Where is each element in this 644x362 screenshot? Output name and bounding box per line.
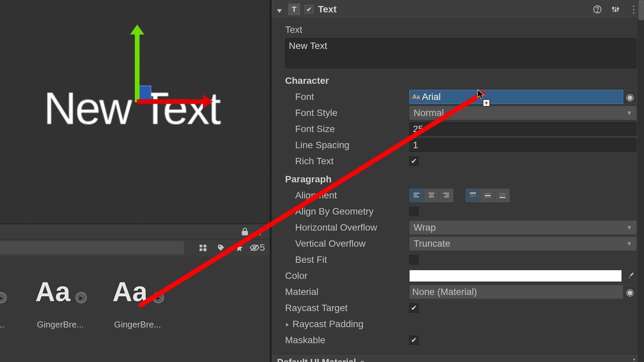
svg-rect-24: [444, 196, 449, 197]
hidden-count-value: 5: [260, 242, 265, 253]
vertical-overflow-label[interactable]: Vertical Overflow: [285, 238, 409, 249]
svg-rect-21: [429, 196, 434, 197]
chevron-down-icon: ▼: [626, 224, 632, 231]
asset-label: GingerBre...: [109, 319, 166, 330]
align-by-geometry-checkbox[interactable]: [409, 207, 419, 216]
horizontal-alignment-group: [409, 188, 453, 202]
align-top-button[interactable]: [466, 188, 480, 202]
horizontal-overflow-label[interactable]: Horizontal Overflow: [285, 222, 409, 233]
text-input[interactable]: New Text: [285, 38, 637, 68]
asset-font-variant[interactable]: Aa ▸ GingerBre...: [109, 266, 166, 330]
project-menu-icon[interactable]: ⋮: [254, 226, 267, 238]
component-title: Text: [318, 4, 337, 15]
text-component-header[interactable]: T ✔ Text ⋮: [272, 0, 644, 19]
svg-point-5: [219, 246, 220, 247]
vertical-overflow-dropdown[interactable]: Truncate▼: [409, 237, 637, 251]
project-panel: ⋮ 5 F ▸ Bre... Aa ▸: [0, 224, 270, 362]
component-menu-icon[interactable]: ⋮: [628, 4, 639, 15]
asset-font-variant[interactable]: Aa ▸ GingerBre...: [32, 266, 89, 330]
svg-rect-33: [499, 197, 505, 198]
object-picker-icon[interactable]: ◉: [623, 285, 637, 299]
svg-rect-29: [485, 195, 491, 196]
scrollbar-thumb[interactable]: [638, 0, 644, 20]
color-label[interactable]: Color: [285, 270, 409, 281]
raycast-padding-label[interactable]: Raycast Padding: [292, 319, 364, 329]
maskable-label[interactable]: Maskable: [285, 335, 409, 346]
font-size-value: 25: [413, 124, 423, 134]
svg-rect-17: [414, 195, 417, 195]
svg-rect-22: [443, 193, 449, 193]
font-style-dropdown[interactable]: Normal▼: [409, 106, 637, 120]
asset-label: GingerBre...: [32, 319, 89, 330]
svg-rect-18: [414, 196, 419, 197]
line-spacing-label[interactable]: Line Spacing: [285, 140, 409, 150]
help-icon[interactable]: [592, 4, 603, 15]
maskable-checkbox[interactable]: ✔: [409, 336, 419, 345]
preset-icon[interactable]: [610, 4, 621, 15]
play-icon[interactable]: ▸: [75, 292, 87, 303]
vertical-overflow-value: Truncate: [414, 238, 450, 249]
align-bottom-button[interactable]: [495, 188, 510, 202]
raycast-target-checkbox[interactable]: ✔: [409, 303, 419, 313]
scene-object-text[interactable]: New Text: [44, 82, 220, 134]
project-header: ⋮: [0, 224, 270, 239]
play-icon[interactable]: ▸: [153, 292, 164, 303]
align-by-geometry-label[interactable]: Align By Geometry: [285, 206, 409, 217]
line-spacing-value: 1: [413, 140, 418, 150]
rich-text-label[interactable]: Rich Text: [285, 156, 409, 167]
lock-icon[interactable]: [238, 226, 252, 238]
font-size-label[interactable]: Font Size: [285, 124, 409, 134]
align-middle-button[interactable]: [480, 188, 495, 202]
font-value: Arial: [422, 92, 441, 102]
align-right-button[interactable]: [439, 188, 453, 202]
color-field[interactable]: [409, 270, 622, 282]
raycast-target-label[interactable]: Raycast Target: [285, 303, 409, 313]
gizmo-x-axis[interactable]: [137, 99, 206, 104]
component-enabled-checkbox[interactable]: ✔: [305, 5, 313, 14]
align-center-button[interactable]: [424, 188, 439, 202]
horizontal-overflow-dropdown[interactable]: Wrap▼: [409, 221, 637, 235]
svg-rect-1: [200, 245, 202, 247]
svg-rect-27: [470, 196, 476, 196]
material-menu-icon[interactable]: ⋮: [630, 357, 639, 362]
best-fit-label[interactable]: Best Fit: [285, 254, 409, 265]
filter-by-label-icon[interactable]: [213, 241, 229, 254]
chevron-down-icon: ▼: [626, 110, 632, 117]
line-spacing-input[interactable]: 1: [409, 138, 637, 152]
font-style-label[interactable]: Font Style: [285, 108, 409, 118]
object-picker-icon[interactable]: ◉: [623, 90, 637, 104]
material-label[interactable]: Material: [285, 287, 409, 297]
align-left-button[interactable]: [409, 188, 424, 202]
paragraph-header: Paragraph: [285, 174, 409, 185]
font-asset-icon: Aa: [412, 94, 420, 101]
favorites-icon[interactable]: [231, 241, 248, 254]
font-label[interactable]: Font: [285, 92, 409, 102]
material-header[interactable]: Default UI Material ▼ ⋮: [272, 354, 644, 362]
asset-font-file[interactable]: F ▸ Bre...: [0, 266, 12, 330]
svg-rect-0: [242, 231, 248, 235]
svg-point-9: [597, 11, 598, 12]
filter-by-type-icon[interactable]: [195, 241, 211, 254]
inspector-panel: T ✔ Text ⋮ Text New Text Character Font …: [272, 0, 644, 362]
best-fit-checkbox[interactable]: [409, 255, 419, 264]
horizontal-overflow-value: Wrap: [414, 222, 436, 233]
hidden-count[interactable]: 5: [249, 241, 266, 254]
alignment-label[interactable]: Alignment: [285, 190, 409, 201]
svg-rect-32: [499, 195, 505, 195]
svg-rect-19: [428, 193, 434, 193]
assets-grid[interactable]: F ▸ Bre... Aa ▸ GingerBre... Aa ▸ Ginger…: [0, 256, 270, 330]
eyedropper-icon[interactable]: [626, 270, 637, 281]
scene-view[interactable]: New Text: [0, 0, 270, 224]
font-field[interactable]: AaArial ◉: [409, 90, 637, 104]
gizmo-y-axis[interactable]: [135, 32, 140, 102]
svg-point-14: [615, 10, 616, 11]
material-field[interactable]: None (Material) ◉: [409, 285, 637, 299]
rich-text-checkbox[interactable]: ✔: [409, 157, 419, 166]
inspector-scrollbar[interactable]: [638, 0, 644, 362]
foldout-icon[interactable]: [276, 6, 284, 13]
foldout-icon[interactable]: [285, 319, 290, 329]
project-search-input[interactable]: [0, 241, 184, 254]
svg-rect-28: [485, 193, 491, 194]
play-icon[interactable]: ▸: [0, 292, 7, 303]
font-size-input[interactable]: 25: [409, 122, 637, 136]
